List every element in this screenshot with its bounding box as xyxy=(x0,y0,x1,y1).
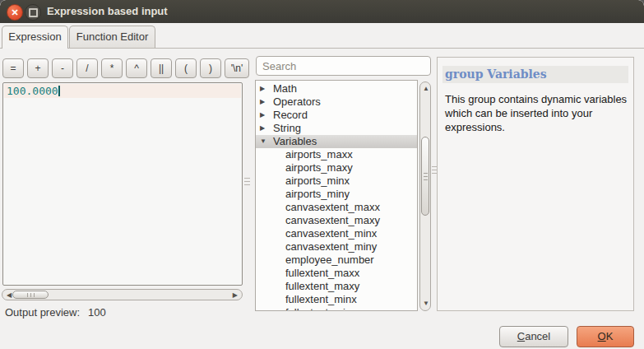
tree-item-label: canvasextent_maxx xyxy=(256,201,380,213)
expression-text: 100.0000 xyxy=(7,85,58,97)
operator-button-newline[interactable]: '\n' xyxy=(225,58,249,78)
close-button[interactable]: ✕ xyxy=(7,4,23,21)
tree-item-label: canvasextent_miny xyxy=(256,240,377,253)
tree-group-string[interactable]: ▶String xyxy=(256,122,417,135)
tree-item-label: fullextent_miny xyxy=(256,306,357,311)
tree-item-label: fullextent_minx xyxy=(256,293,357,305)
scroll-down-icon[interactable]: ▼ xyxy=(423,300,429,307)
tree-item-label: airports_maxy xyxy=(256,161,353,174)
expression-editor[interactable]: 100.0000 xyxy=(2,82,243,286)
operator-button-power[interactable]: ^ xyxy=(126,58,147,78)
help-panel: group Variables This group contains dyna… xyxy=(437,57,634,311)
ok-button[interactable]: OK xyxy=(577,326,634,347)
tree-item-fullextent_maxx[interactable]: fullextent_maxx xyxy=(256,267,417,280)
current-line: 100.0000 xyxy=(4,84,241,98)
tree-vscrollbar[interactable]: ▲ ▼ xyxy=(419,81,431,311)
thumb-grip xyxy=(27,293,35,297)
tree-group-operators[interactable]: ▶Operators xyxy=(256,95,417,109)
search-input[interactable] xyxy=(256,56,431,76)
tab-expression[interactable]: Expression xyxy=(2,26,68,49)
function-tree[interactable]: ▶Math▶Operators▶Record▶String▼Variablesa… xyxy=(255,80,418,311)
tab-function-editor[interactable]: Function Editor xyxy=(69,26,155,48)
scroll-up-icon[interactable]: ▲ xyxy=(423,86,429,92)
tree-item-label: airports_miny xyxy=(256,188,350,200)
chevron-collapsed-icon[interactable]: ▶ xyxy=(260,95,265,109)
window-title: Expression based input xyxy=(47,0,168,23)
tree-item-canvasextent_maxx[interactable]: canvasextent_maxx xyxy=(256,201,417,214)
operator-button-close-paren[interactable]: ) xyxy=(200,58,221,78)
help-title: group Variables xyxy=(442,66,628,83)
cancel-button[interactable]: Cancel xyxy=(499,326,568,347)
help-body: This group contains dynamic variables wh… xyxy=(445,92,628,134)
operator-button-minus[interactable]: - xyxy=(52,58,73,78)
chevron-collapsed-icon[interactable]: ▶ xyxy=(260,82,265,95)
tree-item-airports_maxy[interactable]: airports_maxy xyxy=(256,161,417,174)
scroll-right-icon[interactable]: ▶ xyxy=(233,292,238,299)
operator-button-concat[interactable]: || xyxy=(151,58,172,78)
operator-button-plus[interactable]: + xyxy=(27,58,49,78)
tree-item-airports_minx[interactable]: airports_minx xyxy=(256,174,417,188)
tree-group-label: Operators xyxy=(256,95,321,108)
tree-group-variables[interactable]: ▼Variables xyxy=(256,135,417,148)
text-cursor xyxy=(58,86,60,96)
vscrollbar-thumb[interactable] xyxy=(421,137,429,216)
chevron-expanded-icon[interactable]: ▼ xyxy=(260,135,266,148)
tree-item-label: airports_minx xyxy=(256,174,350,187)
tab-pane-border xyxy=(0,48,644,49)
tree-item-airports_maxx[interactable]: airports_maxx xyxy=(256,148,417,161)
tree-item-airports_miny[interactable]: airports_miny xyxy=(256,188,417,201)
splitter-handle-left[interactable] xyxy=(244,178,250,187)
editor-hscrollbar[interactable]: ◀ ▶ xyxy=(2,289,243,300)
expression-based-input-dialog: ✕ Expression based input Expression Func… xyxy=(0,0,644,349)
titlebar[interactable]: ✕ Expression based input xyxy=(0,0,644,23)
tree-item-label: airports_maxx xyxy=(256,148,353,161)
close-icon: ✕ xyxy=(11,8,18,17)
chevron-collapsed-icon[interactable]: ▶ xyxy=(260,109,265,122)
thumb-grip xyxy=(424,173,428,180)
tree-item-label: canvasextent_minx xyxy=(256,227,377,240)
hscrollbar-thumb[interactable] xyxy=(12,291,49,299)
tree-item-label: employee_number xyxy=(256,254,374,266)
operator-button-divide[interactable]: / xyxy=(76,58,98,78)
tree-item-canvasextent_miny[interactable]: canvasextent_miny xyxy=(256,240,417,254)
tree-item-fullextent_miny[interactable]: fullextent_miny xyxy=(256,306,417,311)
chevron-collapsed-icon[interactable]: ▶ xyxy=(260,122,265,135)
tree-item-fullextent_maxy[interactable]: fullextent_maxy xyxy=(256,280,417,293)
tree-item-fullextent_minx[interactable]: fullextent_minx xyxy=(256,293,417,306)
operator-button-multiply[interactable]: * xyxy=(101,58,123,78)
maximize-button[interactable] xyxy=(25,4,41,21)
tree-item-label: canvasextent_maxy xyxy=(256,214,380,226)
maximize-icon xyxy=(29,8,38,17)
tree-item-label: fullextent_maxx xyxy=(256,267,359,279)
tree-group-record[interactable]: ▶Record xyxy=(256,109,417,122)
tree-item-canvasextent_maxy[interactable]: canvasextent_maxy xyxy=(256,214,417,227)
operator-button-open-paren[interactable]: ( xyxy=(175,58,197,78)
tree-group-math[interactable]: ▶Math xyxy=(256,82,417,95)
tree-item-canvasextent_minx[interactable]: canvasextent_minx xyxy=(256,227,417,240)
tree-item-employee_number[interactable]: employee_number xyxy=(256,254,417,267)
scroll-left-icon[interactable]: ◀ xyxy=(7,292,12,299)
tree-item-label: fullextent_maxy xyxy=(256,280,359,292)
output-preview-label: Output preview: xyxy=(5,306,80,319)
operator-button-equals[interactable]: = xyxy=(2,58,24,78)
output-preview-value: 100 xyxy=(88,306,106,319)
